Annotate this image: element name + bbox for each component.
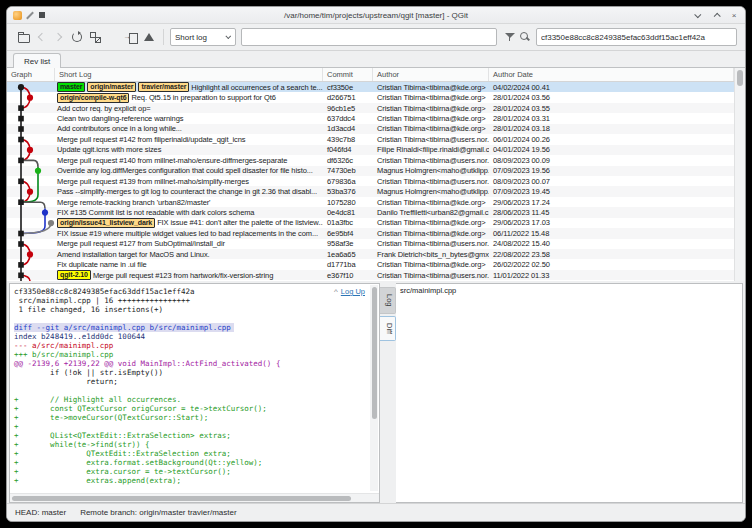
titlebar: /var/home/tim/projects/upstream/qgit [ma… [7,7,745,24]
diff-hscroll-thumb[interactable] [12,496,351,501]
commit-node [27,189,33,195]
rev-row[interactable]: origin/compile-w-qt6Req. Qt5.15 in prepa… [7,92,745,102]
status-remote-branch: Remote branch: origin/master travier/mas… [80,508,237,517]
rev-row[interactable]: Fix duplicate name in .ui filed1771baCri… [7,259,745,269]
rev-row[interactable]: Amend installation target for MacOS and … [7,249,745,259]
commit-date: 08/09/2023 00.07 [489,177,745,186]
commit-node [18,126,24,132]
rev-row[interactable]: qgit-2.10Merge pull request #123 from ha… [7,270,745,280]
back-button[interactable] [33,28,49,46]
commit-node [48,220,54,226]
commit-node [42,210,48,216]
rev-row[interactable]: masterorigin/mastertravier/masterHighlig… [7,82,745,92]
rev-row[interactable]: FIX issue #19 where multiple widget valu… [7,228,745,238]
tab-rev-list[interactable]: Rev list [13,53,61,68]
caret-up-icon[interactable]: ^ [334,287,338,296]
side-tab-log[interactable]: Log [380,287,396,314]
diff-line: + extra.cursor = te->textCursor(); [14,467,379,476]
commit-subject: Pass --simplify-merges to git log to cou… [57,187,317,196]
commit-subject: FIX issue #19 where multiple widget valu… [57,229,318,238]
sha-input[interactable] [536,28,737,46]
open-repo-button[interactable] [15,28,31,46]
diff-vscroll-thumb[interactable] [372,287,377,419]
commit-sha: 74730eb [323,166,373,175]
rev-list-panel: GraphShort LogCommitAuthorAuthor Date ma… [7,68,745,281]
rev-row[interactable]: Pass --simplify-merges to git log to cou… [7,186,745,196]
revlist-body: masterorigin/mastertravier/masterHighlig… [7,82,745,281]
edit-button[interactable] [105,28,121,46]
file-list-item[interactable]: src/mainimpl.cpp [396,284,742,295]
rev-row[interactable]: Merge pull request #139 from millnet-mah… [7,176,745,186]
commit-sha: 1ea6a65 [323,250,373,259]
diff-vertical-scrollbar[interactable] [370,285,378,491]
commit-subject: Add cctor req. by explicit op= [57,104,151,113]
diff-line [14,386,379,395]
flag-button[interactable] [141,28,157,46]
column-header-graph[interactable]: Graph [7,68,55,81]
commit-subject: Merge pull request #139 from millnet-mah… [57,177,249,186]
rev-row[interactable]: Merge pull request #140 from millnet-mah… [7,155,745,165]
filter-funnel-icon[interactable] [504,31,516,43]
column-header-commit[interactable]: Commit [323,68,373,81]
column-header-short-log[interactable]: Short Log [55,68,323,81]
diff-line: + te->moveCursor(QTextCursor::Start); [14,413,379,422]
diff-horizontal-scrollbar[interactable] [10,493,379,502]
commit-author: Cristian Tibirna<tibirna@kde.org> [373,229,489,238]
commit-subject: Merge pull request #140 from millnet-mah… [57,156,287,165]
commit-node [27,95,33,101]
log-up-link[interactable]: Log Up [341,287,365,296]
tree-view-button[interactable] [87,28,103,46]
revlist-scrollbar[interactable] [734,68,745,281]
search-icon[interactable] [519,31,531,43]
rev-row[interactable]: Merge remote-tracking branch 'urban82/ma… [7,197,745,207]
commit-author: Cristian Tibirna<tibirna@kde.org> [373,124,489,133]
commit-subject: Merge pull request #127 from SubOptimal/… [57,239,225,248]
ref-tag: travier/master [138,82,189,92]
commit-subject: Merge pull request #142 from filiperinal… [57,135,245,144]
commit-subject: Add contributors once in a long while... [57,124,182,133]
rev-row[interactable]: Add contributors once in a long while...… [7,124,745,134]
desktop-background: /var/home/tim/projects/upstream/qgit [ma… [0,0,752,528]
minimize-button[interactable] [693,10,703,20]
rev-row[interactable]: Add cctor req. by explicit op=96cb1e5Cri… [7,103,745,113]
diff-line: index b248419..e1dd0dc 100644 [14,332,379,341]
commit-sha: 6e95bf4 [323,229,373,238]
commit-subject: Merge remote-tracking branch 'urban82/ma… [57,198,210,207]
filter-input[interactable] [241,28,497,46]
commit-date: 24/08/2022 15.40 [489,239,745,248]
apply-patch-button[interactable] [123,28,139,46]
commit-author: Cristian Tibirna<tibirna@kde.org> [373,93,489,102]
diff-text[interactable]: cf3350e88cc8c8249385efac63ddf15ac1eff42a… [10,284,379,493]
view-mode-combobox[interactable]: Short log [170,28,236,46]
diff-line: + while(te->find(str)) { [14,440,379,449]
diff-line: src/mainimpl.cpp | 16 ++++++++++++++++ [14,296,379,305]
forward-button[interactable] [51,28,67,46]
close-button[interactable]: × [729,10,739,20]
refresh-button[interactable] [69,28,85,46]
maximize-button[interactable] [711,10,721,20]
commit-author: Cristian Tibirna<tibirna@users.nor... [373,156,489,165]
commit-subject: FIX issue #41: don't alter the palette o… [157,218,323,227]
rev-row[interactable]: FIX #135 Commit list is not readable wit… [7,207,745,217]
ref-tag: origin/issue41_listview_dark [57,218,155,228]
commit-date: 26/02/2022 02.50 [489,260,745,269]
rev-row[interactable]: Merge pull request #142 from filiperinal… [7,134,745,144]
commit-author: Cristian Tibirna<tibirna@users.nor... [373,135,489,144]
revlist-scrollbar-thumb[interactable] [737,70,743,86]
column-header-author[interactable]: Author [373,68,489,81]
diff-line: + extra.format.setBackground(Qt::yellow)… [14,458,379,467]
commit-date: 04/01/2024 19.56 [489,145,745,154]
commit-author: Danilo Treffiletti<urban82@gmail.c... [373,208,489,217]
rev-row[interactable]: Clean two dangling-reference warnings637… [7,113,745,123]
side-tab-diff[interactable]: Diff [380,316,396,341]
rev-row[interactable]: origin/issue41_listview_darkFIX issue #4… [7,218,745,228]
column-header-author-date[interactable]: Author Date [489,68,734,81]
diff-line: --- a/src/mainimpl.cpp [14,341,379,350]
titlebar-square-icon [38,11,46,19]
commit-author: Cristian Tibirna<tibirna@users.nor... [373,239,489,248]
rev-row[interactable]: Override any log.diffMerges configuratio… [7,166,745,176]
rev-row[interactable]: Update qgit.icns with more sizesf046fd4F… [7,145,745,155]
rev-row[interactable]: Merge pull request #127 from SubOptimal/… [7,239,745,249]
diff-line: @@ -2139,6 +2139,22 @@ void MainImpl::Ac… [14,359,379,368]
edit-icon [107,31,119,43]
